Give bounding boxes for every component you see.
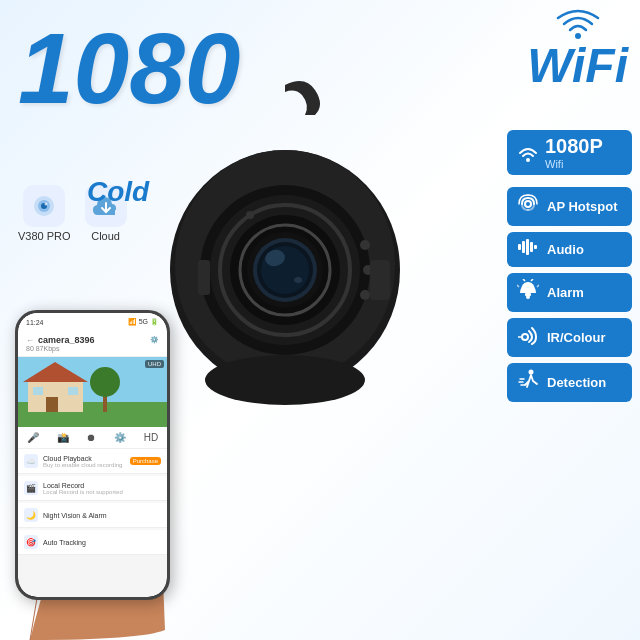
- purchase-badge: Purchase: [130, 457, 161, 465]
- svg-point-4: [45, 203, 48, 206]
- svg-rect-30: [33, 387, 43, 395]
- feature-1080p-badge: 1080P Wifi: [507, 130, 632, 175]
- phone-signal-icons: 📶 5G 🔋: [128, 318, 159, 326]
- svg-point-48: [523, 335, 527, 339]
- phone-status-bar: 11:24 📶 5G 🔋: [18, 313, 167, 331]
- record-icon: ⏺: [86, 432, 96, 443]
- v380-icon: [23, 185, 65, 227]
- svg-rect-36: [518, 244, 521, 250]
- alarm-icon: [517, 279, 539, 306]
- features-column: 1080P Wifi AP Hotspot: [507, 130, 632, 402]
- auto-tracking-label: Auto Tracking: [43, 539, 161, 546]
- wifi-feature-icon: [517, 142, 539, 164]
- svg-point-21: [246, 211, 254, 219]
- ir-svg-icon: [517, 324, 539, 346]
- svg-rect-40: [534, 245, 537, 249]
- cloud-playback-label: Cloud Playback: [43, 455, 125, 462]
- local-record-icon: 🎬: [24, 481, 38, 495]
- audio-label: Audio: [547, 242, 584, 257]
- svg-point-42: [526, 295, 530, 299]
- phone-menu-local: 🎬 Local Record Local Record is not suppo…: [18, 476, 167, 501]
- svg-line-44: [531, 279, 533, 281]
- svg-point-34: [526, 158, 530, 162]
- feature-ir-colour-badge: IR/Colour: [507, 318, 632, 357]
- svg-point-49: [529, 370, 534, 375]
- feature-detection-badge: Detection: [507, 363, 632, 402]
- phone-with-hand: 11:24 📶 5G 🔋 ← camera_8396 ⚙️ 80 87Kbps: [0, 320, 200, 640]
- audio-icon: [517, 238, 539, 261]
- settings-icon: ⚙️: [114, 432, 126, 443]
- svg-rect-31: [68, 387, 78, 395]
- wifi-signal-icon: [553, 8, 603, 40]
- video-scene-svg: [18, 357, 167, 427]
- wifi-badge-area: WiFi: [527, 8, 628, 90]
- wifi-sublabel: Wifi: [545, 158, 603, 170]
- phone-mockup: 11:24 📶 5G 🔋 ← camera_8396 ⚙️ 80 87Kbps: [15, 310, 170, 600]
- night-vision-icon: 🌙: [24, 508, 38, 522]
- ir-colour-icon: [517, 324, 539, 351]
- ap-hotspot-label: AP Hotspot: [547, 199, 618, 214]
- svg-point-33: [90, 367, 120, 397]
- v380-label: V380 PRO: [18, 230, 71, 242]
- svg-rect-39: [530, 242, 533, 252]
- ir-colour-label: IR/Colour: [547, 330, 606, 345]
- svg-rect-29: [46, 397, 58, 412]
- hotspot-svg-icon: [517, 193, 539, 215]
- detection-svg-icon: [517, 369, 539, 391]
- mic-icon: 🎤: [27, 432, 39, 443]
- alarm-svg-icon: [517, 279, 539, 301]
- svg-point-20: [360, 290, 370, 300]
- feature-ap-hotspot-badge: AP Hotspot: [507, 187, 632, 226]
- svg-line-43: [523, 279, 525, 281]
- uhd-badge: UHD: [145, 360, 164, 368]
- svg-point-18: [360, 240, 370, 250]
- cloud-playback-sub: Buy to enable cloud recording: [43, 462, 125, 468]
- svg-rect-38: [526, 239, 529, 255]
- alarm-label: Alarm: [547, 285, 584, 300]
- 1080p-text: 1080P: [545, 135, 603, 158]
- svg-line-45: [517, 285, 519, 287]
- phone-screen: 11:24 📶 5G 🔋 ← camera_8396 ⚙️ 80 87Kbps: [18, 313, 167, 597]
- svg-point-22: [205, 355, 365, 405]
- phone-header: ← camera_8396 ⚙️ 80 87Kbps: [18, 331, 167, 357]
- phone-menu-cloud: ☁️ Cloud Playback Buy to enable cloud re…: [18, 449, 167, 474]
- night-vision-label: Night Vision & Alarm: [43, 512, 161, 519]
- hd-icon: HD: [144, 432, 158, 443]
- phone-time: 11:24: [26, 319, 44, 326]
- feature-audio-badge: Audio: [507, 232, 632, 267]
- phone-menu-list: ☁️ Cloud Playback Buy to enable cloud re…: [18, 449, 167, 555]
- cloud-label: Cloud: [91, 230, 120, 242]
- phone-menu-night: 🌙 Night Vision & Alarm: [18, 503, 167, 528]
- local-record-label: Local Record: [43, 482, 161, 489]
- feature-alarm-badge: Alarm: [507, 273, 632, 312]
- phone-video-thumbnail: UHD: [18, 357, 167, 427]
- svg-rect-24: [198, 260, 210, 295]
- phone-toolbar: 🎤 📸 ⏺ ⚙️ HD: [18, 427, 167, 449]
- phone-camera-name: camera_8396: [38, 335, 95, 345]
- svg-point-35: [525, 201, 531, 207]
- svg-line-46: [537, 285, 539, 287]
- detection-label: Detection: [547, 375, 606, 390]
- audio-svg-icon: [517, 238, 539, 256]
- phone-bitrate: 80 87Kbps: [26, 345, 159, 352]
- svg-rect-23: [370, 260, 390, 300]
- detection-icon: [517, 369, 539, 396]
- cloud-menu-icon: ☁️: [24, 454, 38, 468]
- ap-hotspot-icon: [517, 193, 539, 220]
- svg-rect-37: [522, 241, 525, 253]
- svg-point-17: [294, 277, 302, 283]
- local-record-sub: Local Record is not supported: [43, 489, 161, 495]
- phone-menu-tracking: 🎯 Auto Tracking: [18, 530, 167, 555]
- auto-tracking-icon: 🎯: [24, 535, 38, 549]
- wifi-text: WiFi: [527, 42, 628, 90]
- snapshot-icon: 📸: [57, 432, 69, 443]
- app-icon-v380: V380 PRO: [18, 185, 71, 242]
